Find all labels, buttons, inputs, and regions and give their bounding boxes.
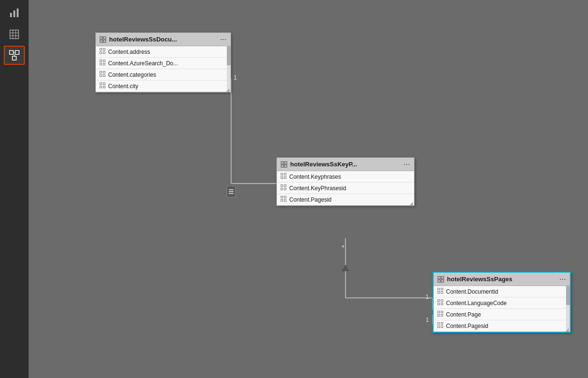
svg-rect-0 xyxy=(10,13,12,17)
table-header-keyp[interactable]: hotelReviewsSsKeyP... ··· xyxy=(277,158,414,171)
svg-rect-34 xyxy=(103,72,105,73)
svg-rect-61 xyxy=(438,288,440,290)
table-row[interactable]: Content.Documentid xyxy=(434,286,570,297)
sidebar-item-diagram[interactable] xyxy=(4,46,25,65)
svg-rect-59 xyxy=(438,280,440,282)
svg-rect-71 xyxy=(438,315,440,317)
svg-rect-3 xyxy=(10,30,19,39)
row-grid-icon xyxy=(281,173,286,180)
row-text: Content.Page xyxy=(446,311,481,318)
row-grid-icon xyxy=(281,184,286,192)
svg-rect-9 xyxy=(15,51,19,54)
table-row[interactable]: Content.Keyphrases xyxy=(277,171,414,183)
relation-label-star: * xyxy=(342,243,345,251)
table-body-keyp: Content.Keyphrases Content.KeyPhrasesid xyxy=(277,171,414,205)
svg-rect-35 xyxy=(100,75,102,77)
svg-rect-64 xyxy=(441,292,443,294)
sidebar-item-bar-chart[interactable] xyxy=(4,4,25,23)
table-menu-pages[interactable]: ··· xyxy=(559,276,566,283)
table-row[interactable]: Content.city xyxy=(96,81,231,92)
canvas: 1 * 1 1 hotelReviewsSsDocu... ··· xyxy=(29,0,588,378)
table-header-doc[interactable]: hotelReviewsSsDocu... ··· xyxy=(96,33,231,46)
svg-rect-69 xyxy=(438,311,440,313)
svg-rect-54 xyxy=(284,196,286,198)
svg-rect-52 xyxy=(284,188,286,190)
table-grid-icon-doc xyxy=(100,36,106,43)
relation-label-1-pages-1: 1 xyxy=(426,293,429,300)
svg-rect-22 xyxy=(103,37,106,39)
row-text: Content.city xyxy=(108,83,138,90)
table-row[interactable]: Content.LanguageCode xyxy=(434,297,570,309)
svg-rect-56 xyxy=(284,200,286,202)
svg-rect-49 xyxy=(281,185,283,187)
svg-rect-55 xyxy=(281,200,283,202)
resize-handle-pages[interactable]: ◢ xyxy=(565,327,570,332)
table-row[interactable]: Content.Pagesid xyxy=(277,194,414,205)
table-row[interactable]: Content.Page xyxy=(434,309,570,320)
svg-rect-62 xyxy=(441,288,443,290)
row-text: Content.Pagesid xyxy=(289,196,332,203)
svg-rect-53 xyxy=(281,196,283,198)
row-text: Content.AzureSearch_Do... xyxy=(108,60,178,67)
table-row[interactable]: Content.address xyxy=(96,46,231,58)
svg-rect-29 xyxy=(100,60,102,62)
resize-handle-doc[interactable]: ◢ xyxy=(226,87,231,92)
svg-rect-63 xyxy=(438,292,440,294)
table-card-keyp: hotelReviewsSsKeyP... ··· Content.Keyphr… xyxy=(276,157,415,206)
table-header-pages[interactable]: hotelReviewsSsPages ··· xyxy=(434,273,570,286)
table-row[interactable]: Content.KeyPhrasesid xyxy=(277,183,414,194)
svg-rect-38 xyxy=(103,83,105,85)
svg-rect-42 xyxy=(284,162,287,164)
svg-rect-31 xyxy=(100,63,102,65)
row-grid-icon xyxy=(100,48,105,55)
table-card-doc: hotelReviewsSsDocu... ··· Content.addres… xyxy=(95,32,231,92)
table-card-pages: hotelReviewsSsPages ··· Content.Document… xyxy=(433,272,571,333)
svg-rect-67 xyxy=(438,303,440,305)
svg-rect-65 xyxy=(438,300,440,302)
resize-handle-keyp[interactable]: ◢ xyxy=(409,201,414,205)
table-grid-icon-pages xyxy=(437,276,444,283)
svg-rect-28 xyxy=(103,52,105,54)
connector-drag-handle-1[interactable] xyxy=(227,186,235,197)
table-row[interactable]: Content.AzureSearch_Do... xyxy=(96,58,231,69)
row-grid-icon xyxy=(100,71,105,78)
svg-rect-43 xyxy=(281,165,284,167)
table-row[interactable]: Content.categories xyxy=(96,69,231,81)
svg-rect-36 xyxy=(103,75,105,77)
svg-rect-70 xyxy=(441,311,443,313)
sidebar-item-table[interactable] xyxy=(4,25,25,44)
row-grid-icon xyxy=(437,311,443,318)
svg-rect-37 xyxy=(100,83,102,85)
svg-rect-30 xyxy=(103,60,105,62)
table-body-pages: Content.Documentid Content.LanguageCode xyxy=(434,286,570,332)
svg-rect-40 xyxy=(103,86,105,88)
svg-rect-75 xyxy=(438,326,440,328)
svg-rect-46 xyxy=(284,174,286,175)
svg-rect-72 xyxy=(441,315,443,317)
svg-rect-24 xyxy=(103,40,106,42)
row-grid-icon xyxy=(281,196,286,203)
svg-rect-66 xyxy=(441,300,443,302)
row-grid-icon xyxy=(437,322,443,329)
row-text: Content.categories xyxy=(108,72,156,78)
row-grid-icon xyxy=(437,299,443,306)
svg-rect-73 xyxy=(438,323,440,325)
row-text: Content.Documentid xyxy=(446,288,498,295)
sidebar xyxy=(0,0,29,378)
svg-rect-10 xyxy=(12,56,16,60)
svg-rect-48 xyxy=(284,177,286,179)
table-title-pages: hotelReviewsSsPages xyxy=(447,276,557,283)
svg-rect-47 xyxy=(281,177,283,179)
table-menu-doc[interactable]: ··· xyxy=(220,36,227,43)
table-title-doc: hotelReviewsSsDocu... xyxy=(109,36,217,43)
arrow-up-marker xyxy=(342,265,349,271)
table-menu-keyp[interactable]: ··· xyxy=(404,161,410,168)
svg-rect-21 xyxy=(100,37,102,39)
svg-rect-32 xyxy=(103,63,105,65)
svg-rect-44 xyxy=(284,165,287,167)
svg-rect-8 xyxy=(10,51,13,54)
table-row[interactable]: Content.Pagesid xyxy=(434,320,570,332)
row-text: Content.address xyxy=(108,49,150,55)
relation-label-1-pages-2: 1 xyxy=(426,316,429,323)
row-text: Content.LanguageCode xyxy=(446,300,507,306)
